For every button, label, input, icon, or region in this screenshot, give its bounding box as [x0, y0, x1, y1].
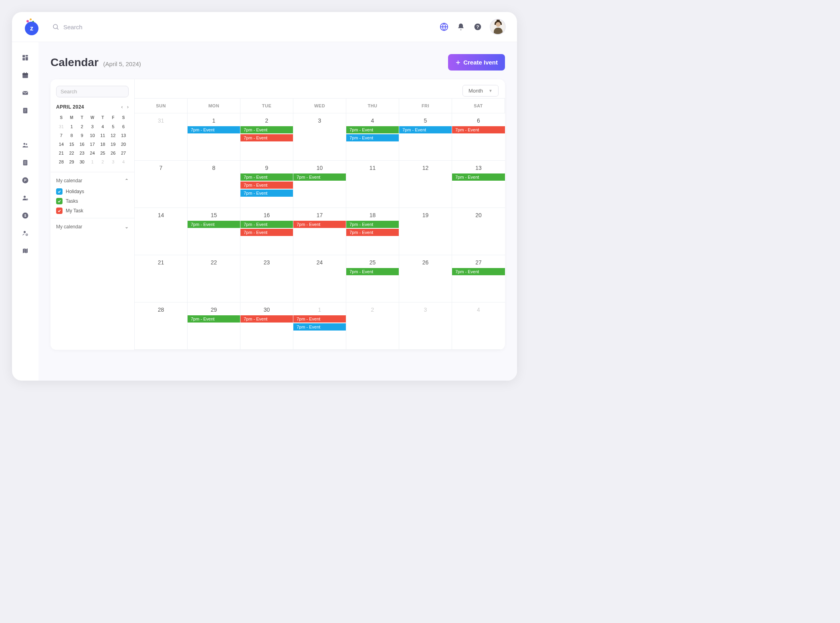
- event-chip[interactable]: 7pm - Event: [293, 173, 346, 181]
- day-cell[interactable]: 167pm - Event7pm - Event: [240, 208, 293, 255]
- day-cell[interactable]: 157pm - Event: [188, 208, 240, 255]
- event-chip[interactable]: 7pm - Event: [399, 126, 452, 133]
- sidebar-notes-icon[interactable]: [21, 106, 30, 115]
- mini-day[interactable]: 1: [67, 122, 77, 131]
- user-avatar[interactable]: [490, 19, 506, 35]
- mini-day[interactable]: 3: [87, 122, 98, 131]
- event-chip[interactable]: 7pm - Event: [240, 181, 293, 189]
- day-cell[interactable]: 257pm - Event: [346, 255, 399, 302]
- event-chip[interactable]: 7pm - Event: [240, 126, 293, 133]
- sidebar-doc-icon[interactable]: [21, 158, 30, 167]
- mini-day[interactable]: 14: [56, 140, 67, 149]
- day-cell[interactable]: 14: [135, 208, 188, 255]
- day-cell[interactable]: 26: [399, 255, 452, 302]
- mini-day[interactable]: 2: [77, 122, 87, 131]
- day-cell[interactable]: 22: [188, 255, 240, 302]
- mini-day[interactable]: 10: [87, 131, 98, 140]
- mini-day[interactable]: 13: [118, 131, 129, 140]
- mini-day[interactable]: 5: [108, 122, 118, 131]
- mini-day[interactable]: 15: [67, 140, 77, 149]
- event-chip[interactable]: 7pm - Event: [346, 221, 399, 228]
- day-cell[interactable]: 47pm - Event7pm - Event: [346, 113, 399, 161]
- day-cell[interactable]: 12: [399, 161, 452, 208]
- mini-prev-button[interactable]: ‹: [121, 104, 123, 110]
- day-cell[interactable]: 187pm - Event7pm - Event: [346, 208, 399, 255]
- event-chip[interactable]: 7pm - Event: [188, 315, 240, 323]
- day-cell[interactable]: 17pm - Event7pm - Event: [293, 302, 346, 350]
- day-cell[interactable]: 297pm - Event: [188, 302, 240, 350]
- mini-day[interactable]: 9: [77, 131, 87, 140]
- event-chip[interactable]: 7pm - Event: [346, 268, 399, 275]
- calendar-filter-item[interactable]: Tasks: [56, 198, 129, 204]
- day-cell[interactable]: 24: [293, 255, 346, 302]
- event-chip[interactable]: 7pm - Event: [293, 323, 346, 331]
- mini-next-button[interactable]: ›: [127, 104, 129, 110]
- calendar-filter-item[interactable]: Holidays: [56, 188, 129, 195]
- sidebar-calendar-icon[interactable]: [21, 71, 30, 80]
- app-logo[interactable]: z: [23, 18, 40, 35]
- day-cell[interactable]: 21: [135, 255, 188, 302]
- sidebar-money-icon[interactable]: $: [21, 211, 30, 220]
- my-calendar-toggle[interactable]: My calendar ⌃: [56, 176, 129, 185]
- mini-day[interactable]: 3: [108, 157, 118, 166]
- mini-day[interactable]: 7: [56, 131, 67, 140]
- checkbox-icon[interactable]: [56, 198, 63, 204]
- mini-day[interactable]: 1: [87, 157, 98, 166]
- day-cell[interactable]: 107pm - Event: [293, 161, 346, 208]
- day-cell[interactable]: 19: [399, 208, 452, 255]
- mini-day[interactable]: 21: [56, 149, 67, 157]
- event-chip[interactable]: 7pm - Event: [452, 173, 505, 181]
- day-cell[interactable]: 31: [135, 113, 188, 161]
- mini-day[interactable]: 22: [67, 149, 77, 157]
- mini-day[interactable]: 4: [97, 122, 108, 131]
- day-cell[interactable]: 3: [293, 113, 346, 161]
- event-chip[interactable]: 7pm - Event: [452, 268, 505, 275]
- day-cell[interactable]: 4: [452, 302, 505, 350]
- global-search-input[interactable]: [63, 24, 439, 30]
- event-chip[interactable]: 7pm - Event: [452, 126, 505, 133]
- mini-day[interactable]: 18: [97, 140, 108, 149]
- day-cell[interactable]: 27pm - Event7pm - Event: [240, 113, 293, 161]
- event-chip[interactable]: 7pm - Event: [346, 126, 399, 133]
- day-cell[interactable]: 57pm - Event: [399, 113, 452, 161]
- mini-day[interactable]: 27: [118, 149, 129, 157]
- view-select[interactable]: Month ▼: [462, 85, 499, 97]
- mini-day[interactable]: 16: [77, 140, 87, 149]
- mini-day[interactable]: 30: [77, 157, 87, 166]
- day-cell[interactable]: 67pm - Event: [452, 113, 505, 161]
- mini-day[interactable]: 19: [108, 140, 118, 149]
- mini-day[interactable]: 28: [56, 157, 67, 166]
- mini-day[interactable]: 17: [87, 140, 98, 149]
- mini-day[interactable]: 6: [118, 122, 129, 131]
- mini-day[interactable]: 11: [97, 131, 108, 140]
- mini-day[interactable]: 4: [118, 157, 129, 166]
- event-chip[interactable]: 7pm - Event: [240, 134, 293, 141]
- sidebar-people-icon[interactable]: [21, 141, 30, 149]
- day-cell[interactable]: 2: [346, 302, 399, 350]
- panel-search[interactable]: [56, 86, 129, 97]
- bell-icon[interactable]: [456, 22, 466, 32]
- event-chip[interactable]: 7pm - Event: [240, 173, 293, 181]
- day-cell[interactable]: 23: [240, 255, 293, 302]
- checkbox-icon[interactable]: [56, 208, 63, 214]
- day-cell[interactable]: 8: [188, 161, 240, 208]
- sidebar-parking-icon[interactable]: P: [21, 176, 30, 185]
- mini-day[interactable]: 23: [77, 149, 87, 157]
- day-cell[interactable]: 28: [135, 302, 188, 350]
- mini-day[interactable]: 29: [67, 157, 77, 166]
- checkbox-icon[interactable]: [56, 188, 63, 195]
- event-chip[interactable]: 7pm - Event: [240, 190, 293, 197]
- sidebar-settings-user-icon[interactable]: [21, 229, 30, 238]
- event-chip[interactable]: 7pm - Event: [293, 221, 346, 228]
- panel-search-input[interactable]: [61, 89, 128, 95]
- event-chip[interactable]: 7pm - Event: [188, 221, 240, 228]
- day-cell[interactable]: 20: [452, 208, 505, 255]
- event-chip[interactable]: 7pm - Event: [188, 126, 240, 133]
- day-cell[interactable]: 307pm - Event: [240, 302, 293, 350]
- day-cell[interactable]: 97pm - Event7pm - Event7pm - Event: [240, 161, 293, 208]
- event-chip[interactable]: 7pm - Event: [293, 315, 346, 323]
- event-chip[interactable]: 7pm - Event: [346, 134, 399, 141]
- mini-day[interactable]: 31: [56, 122, 67, 131]
- mini-day[interactable]: 26: [108, 149, 118, 157]
- day-cell[interactable]: 7: [135, 161, 188, 208]
